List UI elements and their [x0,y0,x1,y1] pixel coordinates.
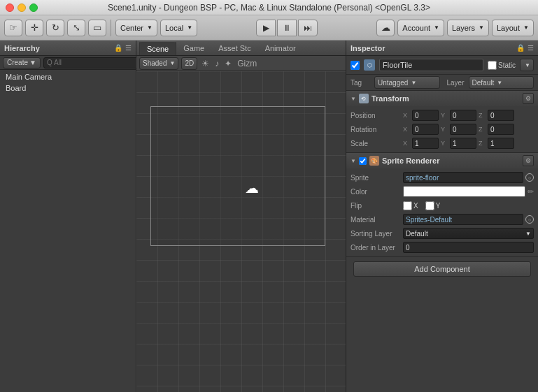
hierarchy-search-input[interactable] [43,57,139,68]
center-button[interactable]: Center ▼ [115,20,157,36]
position-label: Position [351,112,403,119]
scale-tool-button[interactable]: ⤡ [67,20,85,36]
rot-x-input[interactable] [412,124,439,135]
sorting-label: Sorting Layer [351,230,403,238]
inspector-title-row: ⬡ Static ▼ [346,56,538,75]
close-button[interactable] [6,3,14,12]
material-field[interactable]: Sprites-Default [403,214,523,225]
inspector-scroll[interactable]: ⬡ Static ▼ Tag Untagged ▼ Layer [346,56,538,392]
play-button[interactable]: ▶ [256,20,276,36]
static-dropdown[interactable]: ▼ [520,59,534,71]
hand-tool-button[interactable]: ☞ [4,20,22,36]
pos-z-input[interactable] [488,110,514,121]
move-tool-button[interactable]: ✛ [25,20,43,36]
static-label: Static [498,61,516,69]
sr-collapse-arrow: ▼ [351,158,356,164]
active-checkbox[interactable] [351,61,360,70]
sorting-dropdown[interactable]: Default ▼ [403,228,534,239]
shading-label: Shaded [143,59,167,67]
tab-scene[interactable]: Scene [139,41,176,55]
rot-y-input[interactable] [450,124,476,135]
traffic-lights [6,3,38,12]
flip-y-checkbox[interactable] [425,201,434,210]
tag-dropdown[interactable]: Untagged ▼ [374,76,440,89]
layout-dropdown[interactable]: Layout ▼ [492,20,534,36]
color-swatch[interactable] [403,186,525,197]
scene-audio-btn[interactable]: ♪ [213,59,220,68]
sprite-select-icon[interactable]: ○ [525,173,534,182]
rotate-tool-button[interactable]: ↻ [46,20,64,36]
scl-z-input[interactable] [488,138,514,149]
layers-arrow: ▼ [479,24,484,31]
local-label: Local [165,24,183,32]
create-arrow: ▼ [29,59,36,66]
sr-settings-btn[interactable]: ⚙ [523,155,534,166]
tab-animator[interactable]: Animator [258,41,303,55]
transform-properties: Position X Y Z Rotation X [346,106,538,152]
shading-dropdown[interactable]: Shaded ▼ [139,57,178,70]
scale-label: Scale [351,140,403,147]
scl-y-input[interactable] [450,138,476,149]
tag-value: Untagged [378,79,408,87]
material-select-icon[interactable]: ○ [525,215,534,224]
pos-y-input[interactable] [450,110,476,121]
sr-enabled-checkbox[interactable] [359,157,367,165]
transform-header[interactable]: ▼ ⟲ Transform ⚙ [346,91,538,106]
scale-fields: X Y Z [403,138,534,149]
add-component-button[interactable]: Add Component [353,261,531,277]
flip-y-group: Y [425,201,441,210]
center-panel: Scene Game Asset Stc Animator Shaded ▼ 2… [136,41,346,392]
transform-settings-btn[interactable]: ⚙ [523,93,534,104]
sprite-label: Sprite [351,174,403,182]
scene-view[interactable]: ☁ [136,71,346,392]
inspector-tag-row: Tag Untagged ▼ Layer Default ▼ [346,75,538,91]
transform-name: Transform [371,94,520,103]
scl-x-input[interactable] [412,138,439,149]
layers-dropdown[interactable]: Layers ▼ [447,20,489,36]
order-input[interactable] [403,242,534,253]
add-component-label: Add Component [414,265,470,273]
object-name-input[interactable] [379,59,483,71]
hierarchy-item-main-camera[interactable]: Main Camera [0,71,136,82]
static-checkbox[interactable] [488,61,497,70]
hierarchy-panel: Hierarchy 🔒 ☰ Create ▼ Main Camera Board [0,41,136,392]
flip-x-group: X [403,201,418,210]
order-layer-row: Order in Layer [346,240,538,254]
play-controls: ▶ ⏸ ⏭ [256,20,318,36]
flip-x-checkbox[interactable] [403,201,412,210]
inspector-menu-icon[interactable]: ☰ [528,44,534,52]
pen-icon[interactable]: ✏ [528,187,534,196]
object-icon: ⬡ [364,59,375,71]
tab-game[interactable]: Game [176,41,211,55]
sprite-field[interactable]: sprite-floor [403,172,523,183]
local-button[interactable]: Local ▼ [160,20,197,36]
sorting-layer-row: Sorting Layer Default ▼ [346,226,538,240]
hierarchy-create-button[interactable]: Create ▼ [3,57,41,68]
scene-effect-btn[interactable]: ✦ [223,59,233,68]
menu-icon[interactable]: ☰ [125,44,132,52]
inspector-header: Inspector 🔒 ☰ [346,41,538,56]
step-button[interactable]: ⏭ [298,20,318,36]
minimize-button[interactable] [17,3,26,12]
static-checkbox-label[interactable]: Static [488,61,516,70]
main-area: Hierarchy 🔒 ☰ Create ▼ Main Camera Board… [0,41,538,392]
pos-x-input[interactable] [412,110,439,121]
hierarchy-title: Hierarchy [4,44,40,52]
account-dropdown[interactable]: Account ▼ [397,20,444,36]
layer-dropdown[interactable]: Default ▼ [469,76,535,89]
mode-dropdown[interactable]: 2D [181,57,197,70]
pause-button[interactable]: ⏸ [277,20,297,36]
cloud-button[interactable]: ☁ [376,20,395,36]
hierarchy-toolbar: Create ▼ [0,56,136,70]
tab-asset-stc[interactable]: Asset Stc [211,41,257,55]
sprite-renderer-header[interactable]: ▼ 🎨 Sprite Renderer ⚙ [346,153,538,168]
scene-light-btn[interactable]: ☀ [200,59,211,68]
rot-z-input[interactable] [488,124,514,135]
hierarchy-item-board[interactable]: Board [0,82,136,94]
layer-value: Default [472,79,495,87]
color-label: Color [351,188,403,196]
scene-gizmo-label[interactable]: Gizm [236,59,258,68]
maximize-button[interactable] [29,3,38,12]
rect-tool-button[interactable]: ▭ [88,20,106,36]
scene-tabs-bar: Scene Game Asset Stc Animator [136,41,346,56]
